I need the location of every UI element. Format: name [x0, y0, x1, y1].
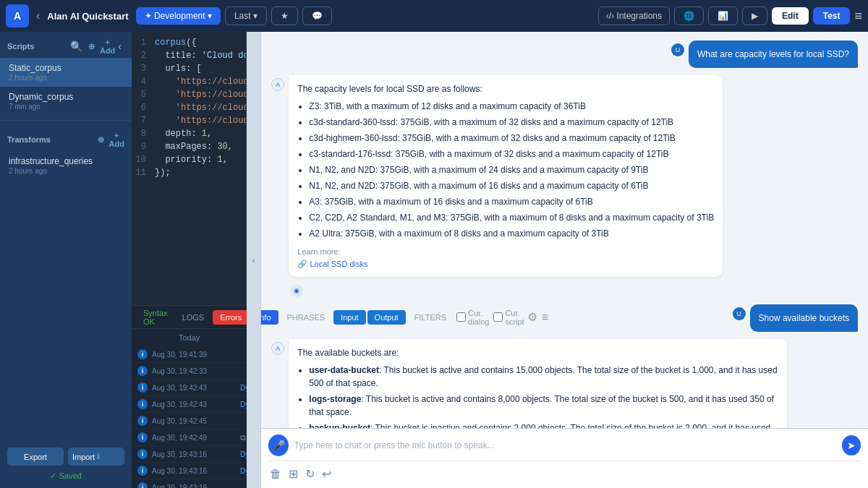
code-line-3: 3 urls: [ — [132, 64, 246, 77]
star-button[interactable]: ★ — [271, 7, 298, 25]
scripts-search-button[interactable]: 🔍 — [67, 39, 85, 53]
syntax-status: Syntax OK — [137, 306, 174, 329]
log-row[interactable]: i Aug 30, 19:41:39 close dialog: 26b8019… — [132, 346, 247, 363]
sidebar-action-buttons: Export Import ℹ — [7, 448, 124, 466]
user-text: Show available buckets — [759, 313, 849, 323]
item-time: 2 hours ago — [9, 74, 123, 82]
log-info-icon: i — [137, 382, 148, 393]
local-ssd-link[interactable]: 🔗 Local SSD disks — [297, 258, 714, 270]
chat-text-input[interactable] — [294, 440, 837, 450]
user-avatar: U — [733, 307, 746, 320]
log-info-icon: i — [137, 466, 148, 476]
sidebar-collapse-button[interactable]: ‹ — [115, 39, 124, 53]
log-time: Aug 30, 19:41:39 — [152, 351, 231, 359]
sidebar-item-static-corpus[interactable]: Static_corpus 2 hours ago — [0, 58, 132, 87]
sidebar-item-infrastructure-queries[interactable]: infrastructure_queries 2 hours ago — [0, 151, 132, 180]
log-time: Aug 30, 19:42:45 — [152, 417, 231, 425]
code-line-4: 4 'https://cloud.google.com/compute/docs… — [132, 77, 246, 90]
corpus-link[interactable]: Dynamic_corpus: — [240, 467, 247, 475]
assistant-bubble-2: The available buckets are: user-data-buc… — [289, 339, 787, 428]
log-more-button[interactable]: ⋮ — [240, 365, 247, 377]
buckets-list: user-data-bucket: This bucket is active … — [297, 364, 778, 428]
saved-button[interactable]: ✓ Saved — [7, 471, 124, 481]
editor-content[interactable]: 1corpus({ 2 title: 'Cloud documentation'… — [132, 32, 246, 305]
log-row[interactable]: i Aug 30, 19:42:45 What are capacity lev… — [132, 413, 247, 429]
integrations-button[interactable]: ‹/› Integrations — [598, 7, 670, 25]
undo-button[interactable]: ↩ — [320, 466, 333, 482]
play-button[interactable]: ▶ — [742, 7, 767, 25]
code-line-1: 1corpus({ — [132, 38, 246, 51]
list-item: N1, N2, and N2D: 375GiB, with a maximum … — [309, 179, 714, 192]
log-date-header: Today — [132, 329, 247, 346]
log-more-button[interactable]: ⋮ — [240, 481, 247, 488]
log-row[interactable]: i Aug 30, 19:43:16 [...] Dynamic_corpus:… — [132, 446, 247, 463]
main-content: Scripts 🔍 ⊕ + Add ‹ Static_corpus 2 hour… — [0, 32, 868, 488]
chart-button[interactable]: 📊 — [708, 7, 738, 25]
dev-mode-button[interactable]: ✦ Development ▾ — [136, 7, 221, 25]
log-time: Aug 30, 19:42:43 — [152, 401, 231, 408]
export-button[interactable]: Export — [7, 448, 64, 466]
corpus-link[interactable]: Dynamic_corpus: — [240, 450, 247, 458]
assistant-text: The capacity levels for local SSD are as… — [297, 82, 714, 95]
code-line-10: 10 priority: 1, — [132, 155, 246, 168]
log-info-icon: i — [137, 349, 148, 359]
user-text: What are capacity levels for local SSD? — [697, 49, 849, 59]
log-row[interactable]: i Aug 30, 19:43:16 [...] Dynamic_corpus:… — [132, 463, 247, 479]
log-time: Aug 30, 19:42:49 — [152, 434, 231, 442]
item-time: 7 min ago — [9, 103, 123, 111]
assistant-avatar: A — [271, 78, 284, 91]
test-button[interactable]: Test — [813, 7, 851, 25]
list-item: A3: 375GiB, with a maximum of 16 disks a… — [309, 195, 714, 208]
grid-button[interactable]: ⊞ — [287, 466, 299, 482]
last-button[interactable]: Last ▾ — [225, 7, 267, 25]
menu-button[interactable]: ≡ — [854, 9, 862, 24]
trash-button[interactable]: 🗑 — [268, 466, 283, 482]
scripts-add-button[interactable]: ⊕ + Add — [85, 38, 115, 55]
chat-button[interactable]: 💬 — [302, 7, 332, 25]
edit-button[interactable]: Edit — [772, 7, 809, 25]
logs-container[interactable]: Today i Aug 30, 19:41:39 close dialog: 2… — [132, 329, 247, 488]
list-item: user-data-bucket: This bucket is active … — [309, 364, 778, 390]
list-item: Z3: 3TiB, with a maximum of 12 disks and… — [309, 100, 714, 113]
sidebar-item-dynamic-corpus[interactable]: Dynamic_corpus 7 min ago — [0, 87, 132, 116]
import-button[interactable]: Import ℹ — [68, 448, 124, 466]
code-line-7: 7 'https://cloud.google.com/storage/docs… — [132, 116, 246, 129]
tab-logs[interactable]: LOGS — [175, 310, 212, 325]
back-button[interactable]: ‹ — [33, 7, 43, 25]
add-icon: ⊕ — [95, 135, 108, 145]
log-more-button[interactable]: ⋮ — [240, 348, 247, 360]
corpus-link[interactable]: Dynamic_corpus: — [240, 384, 247, 392]
chat-input-area: 🎤 ➤ 🗑 ⊞ ↻ ↩ — [261, 428, 868, 488]
user-avatar: U — [671, 43, 684, 56]
chat-messages: What are capacity levels for local SSD? … — [261, 32, 868, 428]
scripts-label: Scripts — [7, 42, 67, 51]
transforms-label: Transforms — [7, 135, 95, 144]
assistant-bubble: The capacity levels for local SSD are as… — [289, 75, 723, 277]
list-item: logs-storage: This bucket is active and … — [309, 393, 778, 419]
tab-errors[interactable]: Errors — [213, 310, 249, 325]
log-row[interactable]: i Aug 30, 19:42:43 [...] Dynamic_corpus:… — [132, 380, 247, 396]
user-message-2: Show available buckets U — [271, 304, 858, 332]
log-row[interactable]: i Aug 30, 19:42:49 The capacity levels f… — [132, 429, 247, 446]
corpus-link[interactable]: Dynamic_corpus: — [240, 401, 247, 408]
log-row[interactable]: i Aug 30, 19:42:33 Authorized, dialogId:… — [132, 363, 247, 380]
chat-toggle-button[interactable]: ‹ — [247, 32, 261, 488]
item-name: Static_corpus — [9, 63, 123, 73]
log-row[interactable]: i Aug 30, 19:43:19 Show available bucket… — [132, 479, 247, 488]
mic-button[interactable]: 🎤 — [268, 435, 288, 456]
log-more-button[interactable]: ⋮ — [240, 415, 247, 427]
editor-area: 1corpus({ 2 title: 'Cloud documentation'… — [132, 32, 247, 488]
send-button[interactable]: ➤ — [842, 435, 861, 455]
code-line-11: 11}); — [132, 168, 246, 181]
sidebar: Scripts 🔍 ⊕ + Add ‹ Static_corpus 2 hour… — [0, 32, 132, 488]
transforms-add-button[interactable]: ⊕ + Add — [95, 131, 124, 148]
assistant-icon-row: ◉ — [271, 284, 858, 297]
globe-button[interactable]: 🌐 — [674, 7, 704, 25]
refresh-button[interactable]: ↻ — [304, 466, 316, 482]
user-bubble: What are capacity levels for local SSD? — [689, 40, 858, 68]
code-line-9: 9 maxPages: 30, — [132, 142, 246, 155]
log-info-icon: i — [137, 449, 148, 459]
log-copy-button[interactable]: ⧉ — [240, 433, 246, 442]
log-row[interactable]: i Aug 30, 19:42:43 [...] Dynamic_corpus:… — [132, 396, 247, 413]
log-time: Aug 30, 19:42:43 — [152, 384, 231, 392]
